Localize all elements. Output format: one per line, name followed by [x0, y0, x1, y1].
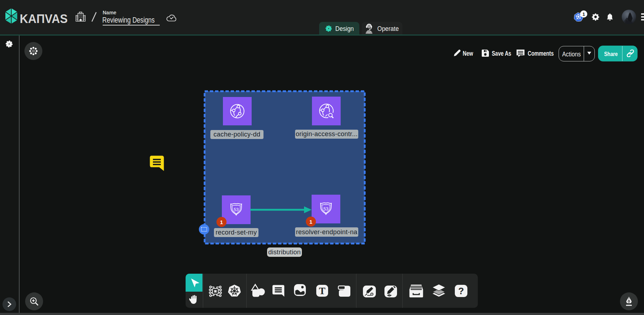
svg-text:53: 53: [323, 207, 328, 212]
svg-text:?: ?: [458, 286, 464, 296]
svg-text:53: 53: [234, 207, 239, 212]
svg-text:T: T: [319, 286, 325, 296]
